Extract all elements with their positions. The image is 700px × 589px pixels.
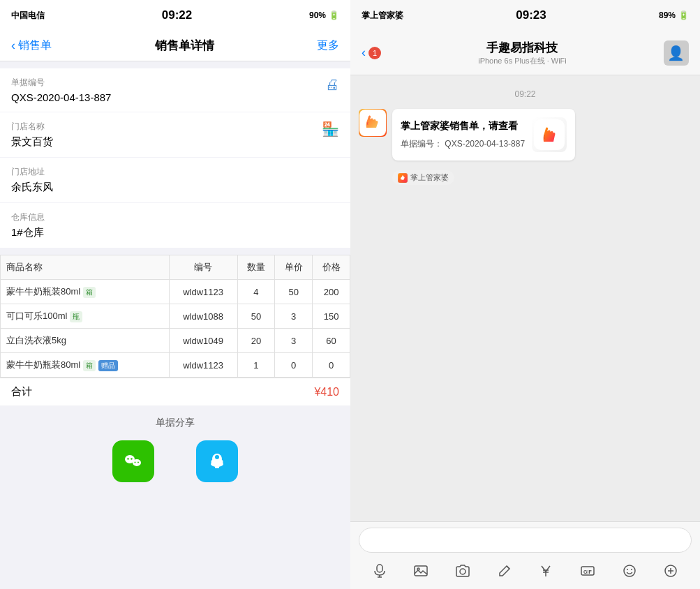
svg-line-21 <box>507 566 509 569</box>
msg-card-text: 掌上管家婆销售单，请查看 单据编号： QXS-2020-04-13-887 <box>401 119 525 150</box>
product-code-cell: wldw1123 <box>169 280 237 304</box>
product-qty-cell: 50 <box>237 304 275 329</box>
gift-tag: 赠品 <box>98 360 118 371</box>
product-name-cell: 蒙牛牛奶瓶装80ml箱赠品 <box>1 353 170 378</box>
share-title: 单据分享 <box>0 417 350 429</box>
product-name-cell: 立白洗衣液5kg <box>1 329 170 353</box>
table-row: 可口可乐100ml瓶wldw1088503150 <box>1 304 350 329</box>
product-name-cell: 蒙牛牛奶瓶装80ml箱 <box>1 280 170 304</box>
svg-point-11 <box>221 460 223 464</box>
chat-timestamp: 09:22 <box>359 89 692 99</box>
person-icon: 👤 <box>667 45 685 61</box>
doc-no-label: 单据编号 <box>11 77 339 89</box>
store-icon[interactable]: 🏪 <box>322 121 339 137</box>
svg-point-1 <box>127 458 128 459</box>
warehouse-section: 仓库信息 1#仓库 <box>0 203 350 248</box>
store-addr-value: 余氏东风 <box>11 181 339 194</box>
chat-message-row: 掌上管家婆销售单，请查看 单据编号： QXS-2020-04-13-887 <box>359 109 692 161</box>
svg-rect-18 <box>415 566 427 576</box>
store-name-section: 门店名称 景文百货 🏪 <box>0 112 350 157</box>
product-unitprice-cell: 3 <box>275 329 313 353</box>
gif-button[interactable]: GIF <box>578 561 597 581</box>
mini-app-label: 掌上管家婆 <box>410 172 449 183</box>
chat-toolbar: GIF <box>359 558 692 583</box>
chat-title: 手趣易指科技 <box>486 40 558 56</box>
product-price-cell: 150 <box>313 304 350 329</box>
back-button-left[interactable]: ‹ 销售单 <box>11 38 52 53</box>
chevron-left-icon-right: ‹ <box>362 45 366 60</box>
right-panel: 掌上管家婆 09:23 89% 🔋 ‹ 1 手趣易指科技 iPhone 6s P… <box>350 0 700 589</box>
mini-app-badge[interactable]: 掌上管家婆 <box>392 170 454 185</box>
chevron-left-icon: ‹ <box>11 38 15 53</box>
svg-point-27 <box>624 565 635 576</box>
emoji-button[interactable] <box>620 561 639 581</box>
doc-sub-value: QXS-2020-04-13-887 <box>445 139 525 149</box>
more-button-left[interactable]: 更多 <box>317 38 339 53</box>
svg-point-20 <box>460 569 466 574</box>
image-button[interactable] <box>411 561 431 581</box>
product-code-cell: wldw1123 <box>169 353 237 378</box>
nav-center-right: 手趣易指科技 iPhone 6s Plus在线 · WiFi <box>478 40 567 66</box>
product-price-cell: 200 <box>313 280 350 304</box>
battery-icon-right: 🔋 <box>678 10 689 20</box>
back-label-left: 销售单 <box>18 38 52 53</box>
nav-bar-left: ‹ 销售单 销售单详情 更多 <box>0 31 350 61</box>
input-bar: GIF <box>350 521 700 589</box>
total-row: 合计 ¥410 <box>0 378 350 405</box>
table-row: 蒙牛牛奶瓶装80ml箱赠品wldw1123100 <box>1 353 350 378</box>
product-code-cell: wldw1049 <box>169 329 237 353</box>
carrier-left: 中国电信 <box>11 10 45 22</box>
battery-percent-left: 90% <box>309 10 326 20</box>
status-bar-right: 掌上管家婆 09:23 89% 🔋 <box>350 0 700 31</box>
wechat-icon <box>112 440 154 482</box>
product-name-cell: 可口可乐100ml瓶 <box>1 304 170 329</box>
share-icons <box>0 440 350 482</box>
time-left: 09:22 <box>162 8 192 22</box>
total-amount: ¥410 <box>314 386 339 398</box>
col-header-code: 编号 <box>169 255 237 280</box>
product-qty-cell: 4 <box>237 280 275 304</box>
mini-app-icon <box>398 173 408 183</box>
svg-point-3 <box>133 459 141 466</box>
app-logo-in-card <box>532 117 567 152</box>
total-label: 合计 <box>11 385 32 398</box>
chat-subtitle: iPhone 6s Plus在线 · WiFi <box>478 56 567 66</box>
product-tag: 箱 <box>83 360 96 371</box>
product-unitprice-cell: 50 <box>275 280 313 304</box>
product-price-cell: 0 <box>313 353 350 378</box>
back-button-right[interactable]: ‹ 1 <box>362 45 381 60</box>
product-qty-cell: 1 <box>237 353 275 378</box>
col-header-price: 价格 <box>313 255 350 280</box>
nav-bar-right: ‹ 1 手趣易指科技 iPhone 6s Plus在线 · WiFi 👤 <box>350 31 700 75</box>
svg-point-2 <box>131 458 132 459</box>
table-row: 立白洗衣液5kgwldw104920360 <box>1 329 350 353</box>
wechat-share-button[interactable] <box>112 440 154 482</box>
contact-avatar-button[interactable]: 👤 <box>664 40 689 66</box>
chat-input-field[interactable] <box>359 528 692 553</box>
plus-button[interactable] <box>661 561 680 581</box>
print-icon[interactable]: 🖨 <box>325 77 339 93</box>
table-row: 蒙牛牛奶瓶装80ml箱wldw1123450200 <box>1 280 350 304</box>
col-header-name: 商品名称 <box>1 255 170 280</box>
doc-no-value: QXS-2020-04-13-887 <box>11 91 339 103</box>
msg-title: 掌上管家婆销售单，请查看 <box>401 119 525 133</box>
product-price-cell: 60 <box>313 329 350 353</box>
yen-button[interactable] <box>536 561 556 581</box>
product-unitprice-cell: 0 <box>275 353 313 378</box>
svg-point-28 <box>627 569 628 570</box>
status-bar-left: 中国电信 09:22 90% 🔋 <box>0 0 350 31</box>
svg-point-29 <box>631 569 632 570</box>
camera-button[interactable] <box>453 561 472 581</box>
warehouse-value: 1#仓库 <box>11 226 339 239</box>
qq-share-button[interactable] <box>196 440 238 482</box>
svg-point-5 <box>137 462 139 463</box>
svg-point-4 <box>135 462 136 463</box>
msg-sub: 单据编号： QXS-2020-04-13-887 <box>401 137 525 150</box>
store-name-value: 景文百货 <box>11 135 339 149</box>
mic-button[interactable] <box>370 561 389 581</box>
time-right: 09:23 <box>516 8 546 22</box>
battery-percent-right: 89% <box>659 10 676 20</box>
sender-avatar <box>359 109 387 137</box>
pencil-button[interactable] <box>495 561 514 581</box>
message-bubble[interactable]: 掌上管家婆销售单，请查看 单据编号： QXS-2020-04-13-887 <box>392 109 575 161</box>
